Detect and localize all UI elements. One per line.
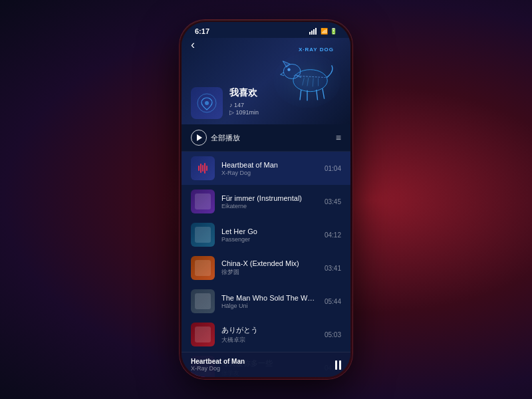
track-item[interactable]: Let Her Go Passenger 04:12 <box>182 218 350 251</box>
track-thumbnail <box>191 190 215 213</box>
play-all-button[interactable]: 全部播放 <box>191 130 240 146</box>
track-item[interactable]: ありがとう 大橋卓宗 05:03 <box>182 318 350 351</box>
track-duration: 01:04 <box>325 165 341 172</box>
track-info: ありがとう 大橋卓宗 <box>221 325 318 344</box>
track-thumbnail <box>191 323 215 346</box>
track-artist: Passenger <box>221 236 318 243</box>
status-bar: 6:17 📶 🔋 <box>182 22 350 38</box>
phone-frame: 6:17 📶 🔋 <box>180 20 352 379</box>
now-playing-artist: X-Ray Dog <box>191 365 245 372</box>
pause-bar-left <box>335 360 337 370</box>
track-name: Let Her Go <box>221 227 318 235</box>
track-name: ありがとう <box>221 325 318 335</box>
hero-section: X·RAY DOG ‹ 我喜欢 ♪ 147 ▷ 1091min <box>182 38 350 124</box>
track-thumbnail <box>191 156 215 180</box>
track-thumbnail <box>191 256 215 280</box>
back-button[interactable]: ‹ <box>191 38 195 52</box>
track-thumbnail <box>191 223 215 247</box>
svg-point-5 <box>205 101 209 105</box>
svg-point-3 <box>274 53 341 108</box>
track-item[interactable]: China-X (Extended Mix) 徐梦圆 03:41 <box>182 251 350 285</box>
play-triangle-icon <box>197 134 202 141</box>
phone-screen: 6:17 📶 🔋 <box>182 22 350 377</box>
pause-bar-right <box>339 360 341 370</box>
track-duration: 03:41 <box>325 265 341 272</box>
signal-icon <box>309 28 317 35</box>
wifi-icon: 📶 <box>321 28 328 35</box>
track-artist: X-Ray Dog <box>221 170 318 176</box>
now-playing-info: Heartbeat of Man X-Ray Dog <box>191 358 245 372</box>
track-info: Heartbeat of Man X-Ray Dog <box>221 161 318 176</box>
track-name: The Man Who Sold The World <box>221 294 318 302</box>
album-metadata: 我喜欢 ♪ 147 ▷ 1091min <box>229 87 259 116</box>
album-info: 我喜欢 ♪ 147 ▷ 1091min <box>191 87 259 119</box>
album-stats: ♪ 147 ▷ 1091min <box>229 102 259 116</box>
track-duration: 05:44 <box>325 298 341 305</box>
now-playing-bar[interactable]: Heartbeat of Man X-Ray Dog <box>182 352 350 377</box>
pause-button[interactable] <box>335 360 341 370</box>
track-artist: 大橋卓宗 <box>221 336 318 344</box>
xray-label: X·RAY DOG <box>299 47 334 53</box>
waveform-icon <box>198 163 207 174</box>
track-item[interactable]: The Man Who Sold The World Hälge Uni 05:… <box>182 285 350 318</box>
track-info: China-X (Extended Mix) 徐梦圆 <box>221 259 318 277</box>
track-artist: 徐梦圆 <box>221 268 318 277</box>
album-duration: ▷ 1091min <box>229 109 259 116</box>
track-info: Let Her Go Passenger <box>221 227 318 243</box>
track-artist: Eikaterne <box>221 203 318 209</box>
track-list: Heartbeat of Man X-Ray Dog 01:04 Für imm… <box>182 152 350 377</box>
xray-dog-illustration: X·RAY DOG <box>271 41 344 108</box>
battery-icon: 🔋 <box>330 28 337 35</box>
album-songs: ♪ 147 <box>229 102 259 108</box>
track-duration: 04:12 <box>325 231 341 239</box>
play-circle <box>191 130 207 146</box>
track-thumbnail <box>191 289 215 313</box>
track-name: Für immer (Instrumental) <box>221 194 318 202</box>
track-info: The Man Who Sold The World Hälge Uni <box>221 294 318 309</box>
album-title: 我喜欢 <box>229 87 259 99</box>
controls-bar: 全部播放 ≡ <box>182 124 350 152</box>
play-all-label: 全部播放 <box>211 133 240 143</box>
now-playing-title: Heartbeat of Man <box>191 358 245 365</box>
track-info: Für immer (Instrumental) Eikaterne <box>221 194 318 209</box>
track-artist: Hälge Uni <box>221 303 318 309</box>
status-time: 6:17 <box>195 27 209 35</box>
track-item[interactable]: Heartbeat of Man X-Ray Dog 01:04 <box>182 152 350 185</box>
track-name: Heartbeat of Man <box>221 161 318 169</box>
album-art <box>191 87 223 119</box>
list-icon[interactable]: ≡ <box>336 132 341 143</box>
track-name: China-X (Extended Mix) <box>221 259 318 267</box>
status-icons: 📶 🔋 <box>309 28 337 35</box>
track-duration: 03:45 <box>325 198 341 205</box>
track-item[interactable]: Für immer (Instrumental) Eikaterne 03:45 <box>182 185 350 218</box>
track-duration: 05:03 <box>325 331 341 338</box>
